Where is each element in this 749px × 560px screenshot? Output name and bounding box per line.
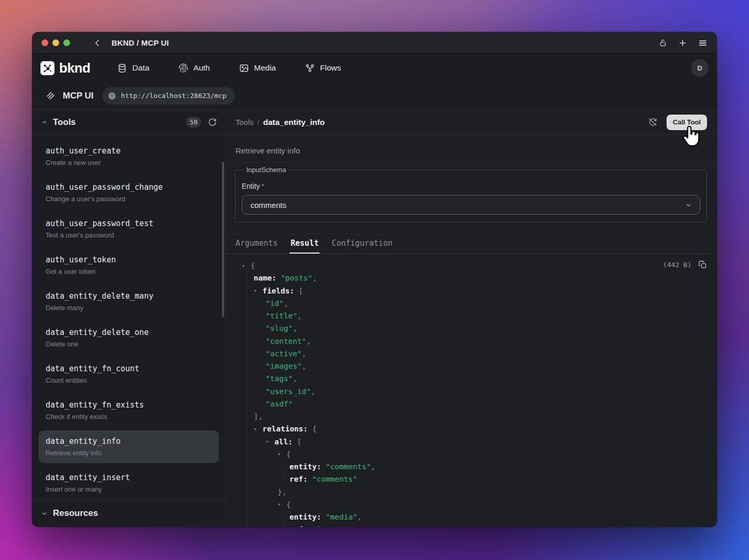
json-string: "posts" [281,274,312,282]
input-schema-fieldset: InputSchema Entity* comments [235,166,707,222]
caret-down-icon[interactable]: ▾ [278,451,286,457]
new-tab-plus-icon[interactable] [678,38,687,48]
entity-select[interactable]: comments [242,195,700,215]
resources-section-title: Resources [53,508,98,519]
call-tool-button[interactable]: Call Tool [667,115,707,130]
indent-guide [254,460,266,473]
json-line: }, [242,486,376,498]
indent-guide [242,372,254,385]
tool-list: auth_user_createCreate a new userauth_us… [32,135,225,499]
tools-section-header[interactable]: Tools 50 [32,110,225,135]
image-icon [239,63,249,73]
json-key: ref: [289,475,312,483]
breadcrumb-separator: / [257,118,259,127]
tool-item-data_entity_fn_exists[interactable]: data_entity_fn_existsCheck if entity exi… [38,394,219,427]
close-window-button[interactable] [41,39,48,46]
json-key: entity: [289,463,326,471]
indent-guide [242,360,254,372]
lock-open-icon[interactable] [659,39,667,47]
json-punct: { [286,450,291,458]
tool-detail-header: Tools / data_entity_info Call Tool [226,110,717,135]
json-key: name: [254,274,281,282]
tool-item-description: Count entities [46,376,212,384]
refresh-off-icon[interactable] [648,117,658,127]
maximize-window-button[interactable] [63,39,70,46]
indent-guide [266,486,278,498]
fingerprint-icon [178,63,188,73]
indent-guide [266,498,278,511]
json-line: ref: "comments" [242,473,376,485]
nav-item-data[interactable]: Data [117,63,149,73]
json-punct: [ [297,438,302,446]
chevron-down-icon[interactable] [40,510,48,517]
indent-guide [254,436,266,448]
json-line: entity: "comments", [242,460,376,473]
window-titlebar: BKND / MCP UI [32,32,717,54]
indent-guide [242,523,254,527]
indent-guide [266,460,278,473]
entity-field-label: Entity* [242,182,700,190]
indent-guide [242,347,254,360]
breadcrumb-current-tool: data_entity_info [263,118,325,127]
caret-down-icon[interactable]: ▾ [254,426,262,432]
indent-guide [254,523,266,527]
refresh-tools-icon[interactable] [208,118,217,127]
tool-item-auth_user_password_change[interactable]: auth_user_password_changeChange a user's… [38,176,219,209]
nav-item-media[interactable]: Media [239,63,276,73]
caret-down-icon[interactable]: ▾ [242,263,251,269]
entity-select-value: comments [251,201,286,209]
app-window: BKND / MCP UI [32,32,717,527]
json-line: ▾{ [242,498,376,511]
minimize-window-button[interactable] [52,39,59,46]
caret-down-icon[interactable]: ▾ [266,439,274,444]
tool-description: Retrieve entity info [235,146,300,155]
chevron-up-icon[interactable] [40,118,48,126]
tab-result[interactable]: Result [289,234,320,254]
tool-item-data_entity_insert[interactable]: data_entity_insertInsert one or many [38,467,219,499]
menu-icon[interactable] [698,38,708,48]
server-url-pill[interactable]: http://localhost:28623/mcp [102,87,235,105]
back-icon[interactable] [93,38,102,48]
tool-item-name: auth_user_token [46,255,212,264]
tool-item-auth_user_token[interactable]: auth_user_tokenGet a user token [38,249,219,282]
tool-item-data_entity_delete_many[interactable]: data_entity_delete_manyDelete many [38,285,219,318]
tool-item-data_entity_fn_count[interactable]: data_entity_fn_countCount entities [38,358,219,390]
result-meta: (442 B) [663,260,707,269]
user-avatar[interactable]: D [691,59,709,77]
nav-item-label: Media [254,63,276,73]
nav-item-flows[interactable]: Flows [305,63,341,73]
indent-guide [242,486,254,498]
tool-item-auth_user_create[interactable]: auth_user_createCreate a new user [38,140,219,173]
content-area: Tools 50 auth_user_createCreate a new us… [32,110,717,527]
json-string: "comments" [326,463,371,471]
json-punct: , [371,463,376,471]
indent-guide [242,448,254,460]
tools-count-badge: 50 [186,117,201,128]
tab-arguments[interactable]: Arguments [234,234,279,254]
json-key: ref: [289,525,312,527]
json-key: fields: [262,287,299,295]
indent-guide [266,511,278,523]
caret-down-icon[interactable]: ▾ [254,288,262,293]
caret-down-icon[interactable]: ▾ [278,501,286,507]
bknd-logo[interactable]: bknd [40,60,90,76]
nav-item-auth[interactable]: Auth [178,63,210,73]
tool-item-data_entity_info[interactable]: data_entity_infoRetrieve entity info [38,430,219,463]
indent-guide [278,511,289,523]
bknd-wordmark: bknd [59,60,90,76]
tool-item-name: data_entity_delete_many [46,291,212,301]
tool-item-data_entity_delete_one[interactable]: data_entity_delete_oneDelete one [38,321,219,354]
json-string: "images" [266,362,302,370]
indent-guide [254,322,266,334]
resources-section-header[interactable]: Resources [32,499,225,527]
sidebar-scrollbar[interactable] [222,162,224,317]
indent-guide [266,473,278,485]
tool-item-name: auth_user_password_change [46,183,212,192]
breadcrumb-tools-link[interactable]: Tools [235,118,254,127]
server-url: http://localhost:28623/mcp [121,92,227,100]
json-line: "asdf" [242,398,376,410]
tool-item-auth_user_password_test[interactable]: auth_user_password_testTest a user's pas… [38,213,219,245]
tab-configuration[interactable]: Configuration [330,234,393,254]
indent-guide [254,448,266,460]
copy-icon[interactable] [698,260,707,269]
